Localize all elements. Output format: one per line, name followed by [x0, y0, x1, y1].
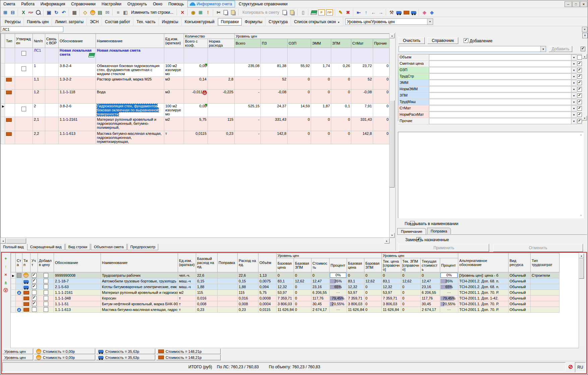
counted-cell[interactable]: [31, 290, 38, 296]
row-selector[interactable]: [1, 90, 5, 104]
parameter-checkbox[interactable]: [577, 87, 582, 92]
row-selector[interactable]: [1, 77, 5, 90]
chevron-down-icon[interactable]: ▼: [571, 93, 577, 99]
parameter-value-field[interactable]: [429, 112, 571, 118]
scroll-down-icon[interactable]: ▼: [390, 233, 395, 238]
counted-checkbox[interactable]: [32, 273, 37, 278]
vor-cell[interactable]: [45, 131, 59, 144]
value-cell[interactable]: 52: [261, 77, 288, 90]
name-cell[interactable]: Материал рулонный кровельный и гидроизол…: [96, 117, 164, 131]
doc-r-icon[interactable]: Р: [318, 9, 325, 15]
value-cell[interactable]: -: [235, 90, 261, 104]
rate-cell[interactable]: 1,88: [238, 284, 258, 290]
panel-tab-3[interactable]: ЭСН: [87, 18, 102, 25]
save-icon[interactable]: ▣: [45, 9, 53, 16]
column-header[interactable]: Стоимость: [311, 258, 330, 272]
unit-cell[interactable]: т: [178, 296, 196, 301]
vor-cell[interactable]: [45, 77, 59, 90]
quantity-cell[interactable]: 0,0115: [184, 131, 208, 144]
row-selector-header[interactable]: [1, 34, 5, 48]
add-to-price-checkbox[interactable]: [44, 290, 48, 295]
chevron-down-icon[interactable]: ▼: [540, 46, 546, 52]
add-confirm-checkbox[interactable]: [581, 47, 585, 51]
resource-row[interactable]: ▶9999990008Трудозатраты рабочихчел.-ч.22…: [11, 272, 560, 278]
labor-type-cell[interactable]: Строители: [531, 272, 560, 278]
note-textarea[interactable]: ▲ ▼: [398, 132, 584, 218]
correction-cell[interactable]: [218, 284, 238, 290]
truck-icon[interactable]: [395, 9, 403, 16]
delete-row-icon[interactable]: ✕: [179, 9, 186, 16]
name-cell[interactable]: Автомобили грузовые бортовые, грузоподъ: [101, 278, 178, 284]
scroll-up-icon[interactable]: ▲: [390, 33, 395, 38]
current-cost-cell[interactable]: 2 674,17: [421, 307, 440, 313]
add-resource-icon[interactable]: +: [3, 255, 9, 261]
base-price2-cell[interactable]: 83,1: [347, 278, 364, 284]
menu-item-2[interactable]: Информация: [38, 0, 68, 7]
tab-note[interactable]: Примечание: [397, 228, 426, 234]
delete-resource-icon[interactable]: ×: [3, 271, 9, 277]
group-header-quantity[interactable]: Количество: [184, 34, 235, 39]
rate-cell[interactable]: 0,008: [238, 301, 258, 307]
row-selector[interactable]: [11, 301, 16, 307]
column-header[interactable]: СтМат: [351, 39, 373, 48]
value-cell[interactable]: 0: [373, 131, 390, 144]
menu-item-informer[interactable]: Информатор счета: [187, 1, 235, 7]
basis-cell[interactable]: 1.3-2-2: [59, 77, 96, 90]
value-cell[interactable]: 142,8: [261, 131, 288, 144]
approved-cell[interactable]: [15, 131, 33, 144]
percent-cell[interactable]: 35%: [330, 278, 347, 284]
chevron-down-icon[interactable]: ▼: [427, 19, 433, 24]
undo-icon[interactable]: ↶: [60, 9, 67, 16]
current-cost-cell[interactable]: 30,45: [421, 301, 440, 307]
percent2-cell[interactable]: 35%: [440, 278, 458, 284]
counted-checkbox[interactable]: [32, 284, 37, 289]
chevron-down-icon[interactable]: ▼: [571, 73, 577, 79]
counted-cell[interactable]: [31, 301, 38, 307]
name-cell[interactable]: Мастика битумно-масляная клеящая, гидро: [101, 307, 178, 313]
group-header-price-level[interactable]: Уровень цен: [382, 253, 458, 258]
base-zpm2-cell[interactable]: 12,62: [364, 278, 382, 284]
column-header[interactable]: Поправка: [218, 253, 238, 272]
table-row[interactable]: 2,11.1-1-2161Материал рулонный кровельны…: [1, 117, 390, 131]
current-zpm-cell[interactable]: 0: [401, 301, 421, 307]
layers-blue-icon[interactable]: ◈: [428, 9, 435, 16]
parameter-checkbox[interactable]: [577, 119, 582, 123]
base-zpm-cell[interactable]: 0: [294, 284, 311, 290]
column-header[interactable]: ПЗ: [261, 39, 288, 48]
scroll-thumb[interactable]: [579, 259, 584, 279]
column-header[interactable]: Тип: [22, 253, 31, 272]
row-number-cell[interactable]: 2: [33, 104, 45, 117]
vor-cell[interactable]: [45, 63, 59, 77]
name-cell[interactable]: Мастика битумно-масляная клеящая, гидрои…: [96, 131, 164, 144]
add-to-price-cell[interactable]: [38, 284, 54, 290]
type-cell[interactable]: [22, 290, 31, 296]
value-cell[interactable]: 142,8: [351, 131, 373, 144]
row-selector[interactable]: [1, 131, 5, 144]
column-header[interactable]: Альтернативное обоснование: [458, 253, 509, 272]
percent-cell[interactable]: 79,45%: [330, 296, 347, 301]
approved-cell[interactable]: [15, 48, 33, 63]
parameter-checkbox[interactable]: [577, 112, 582, 117]
status-cell[interactable]: [16, 284, 22, 290]
value-cell[interactable]: 0,26: [331, 63, 351, 77]
volume-cell[interactable]: 0,094: [258, 284, 277, 290]
parameter-checkbox[interactable]: [577, 74, 582, 79]
parameter-value-field[interactable]: [429, 86, 571, 92]
clear-button[interactable]: Очистить: [399, 37, 425, 44]
menu-item-3[interactable]: Справочники: [68, 0, 99, 7]
approved-cell[interactable]: [15, 63, 33, 77]
column-header[interactable]: Обоснование: [59, 34, 96, 48]
row-selector[interactable]: [11, 296, 16, 301]
search-icon[interactable]: [35, 9, 42, 16]
scroll-down-icon[interactable]: ▼: [582, 116, 587, 120]
vor-cell[interactable]: [45, 104, 59, 117]
column-header[interactable]: Наименование: [96, 34, 164, 48]
counted-cell[interactable]: [31, 278, 38, 284]
table-row[interactable]: 2,21.1-1-613Мастика битумно-масляная кле…: [1, 131, 390, 144]
approved-checkbox[interactable]: [21, 51, 26, 56]
table-row[interactable]: 1,21.1-1-118Водам3-0,01125-0,225--0,0800…: [1, 90, 390, 104]
estimate-name-input[interactable]: [1, 26, 63, 32]
column-header[interactable]: Вид ресурса: [509, 253, 531, 272]
close-icon[interactable]: ✕: [580, 1, 587, 7]
basis-cell[interactable]: Новая локальная смета: [59, 48, 96, 63]
